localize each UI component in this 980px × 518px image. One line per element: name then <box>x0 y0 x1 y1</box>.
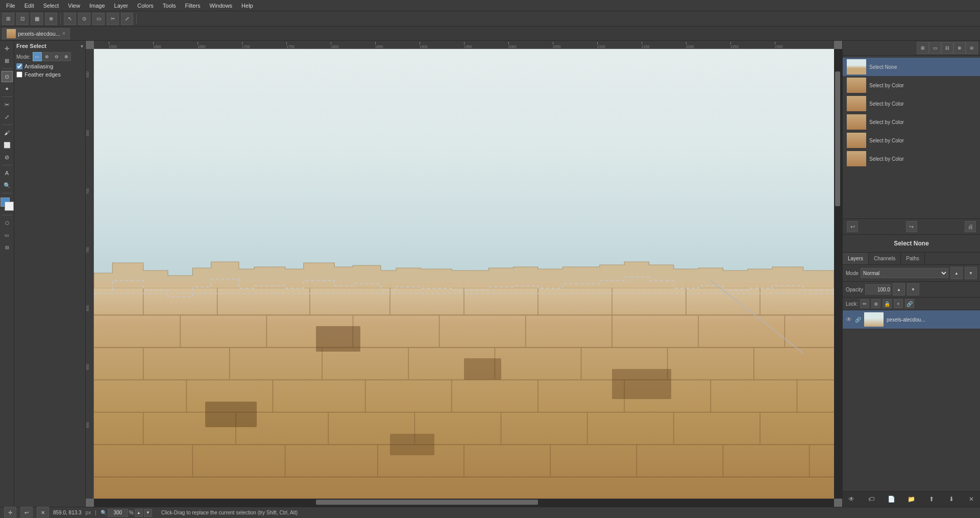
zoom-fill-button[interactable]: ▦ <box>31 13 43 25</box>
opacity-down-button[interactable]: ▼ <box>907 283 919 295</box>
panel-icon-5[interactable]: ⊖ <box>966 42 978 54</box>
layer-visibility-icon[interactable]: 👁 <box>846 316 852 323</box>
eraser-tool-button[interactable]: ⬜ <box>2 139 13 151</box>
zoom-tool-button[interactable]: 🔍 <box>2 180 13 191</box>
zoom-down-button[interactable]: ▼ <box>144 509 152 517</box>
menu-filters[interactable]: Filters <box>181 2 205 10</box>
antialiasing-input[interactable] <box>16 63 22 69</box>
layers-tab-channels[interactable]: Channels <box>869 253 901 264</box>
text-tool-button[interactable]: A <box>2 167 13 179</box>
layer-raise-button[interactable]: ⬆ <box>926 494 937 505</box>
crop-button[interactable]: ✂ <box>107 13 119 25</box>
image-tab[interactable]: pexels-alecdou... × <box>2 28 70 39</box>
feather-edges-input[interactable] <box>16 71 22 78</box>
canvas-area[interactable]: 1550 1600 1650 1700 1750 <box>86 41 842 507</box>
layer-delete-button[interactable]: ✕ <box>966 494 977 505</box>
layers-mode-arrow-up[interactable]: ▲ <box>950 267 963 279</box>
free-select-tool-button[interactable]: ⊙ <box>2 71 13 82</box>
menu-file[interactable]: File <box>2 2 19 10</box>
pointer-tool-button[interactable]: ↖ <box>64 13 76 25</box>
lock-all-button[interactable]: 🔒 <box>883 299 892 308</box>
history-item-2[interactable]: Select by Color <box>843 94 980 113</box>
rect-select-button[interactable]: ▭ <box>92 13 105 25</box>
eyedropper-tool-button[interactable]: ⊘ <box>2 152 13 163</box>
status-undo-btn[interactable]: ↩ <box>20 507 33 519</box>
menu-select[interactable]: Select <box>39 2 63 10</box>
layer-group-button[interactable]: 📁 <box>905 494 917 505</box>
history-item-4[interactable]: Select by Color <box>843 131 980 150</box>
status-redo-btn[interactable]: ✕ <box>37 507 49 519</box>
options-collapse-button[interactable]: ▾ <box>81 43 83 49</box>
layer-chain-button[interactable]: 🔗 <box>905 299 914 308</box>
mode-intersect-button[interactable]: ⊗ <box>62 52 71 61</box>
horizontal-scrollbar[interactable] <box>94 499 834 507</box>
menu-layer[interactable]: Layer <box>110 2 133 10</box>
menu-edit[interactable]: Edit <box>20 2 38 10</box>
zoom-up-button[interactable]: ▲ <box>135 509 143 517</box>
transform-button[interactable]: ⤢ <box>121 13 133 25</box>
layer-lower-button[interactable]: ⬇ <box>946 494 957 505</box>
history-label-1: Select by Color <box>869 83 904 88</box>
history-item-5[interactable]: Select by Color <box>843 150 980 168</box>
menu-windows[interactable]: Windows <box>205 2 236 10</box>
history-item-1[interactable]: Select by Color <box>843 76 980 94</box>
layers-mode-arrow-down[interactable]: ▼ <box>965 267 977 279</box>
zoom-fit-button[interactable]: ⊞ <box>2 13 14 25</box>
menu-colors[interactable]: Colors <box>133 2 158 10</box>
panel-icon-1[interactable]: ⊞ <box>917 42 929 54</box>
quick-mask-button[interactable]: ⬡ <box>2 217 13 229</box>
history-item-3[interactable]: Select by Color <box>843 113 980 131</box>
canvas-viewport[interactable] <box>94 49 834 499</box>
print-button[interactable]: 🖨 <box>965 221 976 232</box>
image-window-button[interactable]: ▭ <box>2 230 13 241</box>
hscroll-thumb[interactable] <box>316 500 538 505</box>
ruler-left-650: 650 <box>86 130 89 136</box>
vertical-scrollbar[interactable] <box>834 49 842 499</box>
panel-icon-3[interactable]: ⊟ <box>941 42 953 54</box>
layer-new-button[interactable]: + <box>894 299 903 308</box>
background-color[interactable] <box>5 202 14 211</box>
menu-tools[interactable]: Tools <box>159 2 180 10</box>
layer-visibility-bottom-button[interactable]: 👁 <box>846 494 857 505</box>
mode-subtract-button[interactable]: ⊖ <box>52 52 61 61</box>
zoom-center-button[interactable]: ⊕ <box>45 13 57 25</box>
lock-pixels-button[interactable]: ✏ <box>860 299 869 308</box>
layer-new-bottom-button[interactable]: 📄 <box>886 494 897 505</box>
tab-close-button[interactable]: × <box>62 31 65 36</box>
move-tool-button[interactable]: ✛ <box>2 43 13 54</box>
history-item-0[interactable]: Select None <box>843 58 980 76</box>
vscroll-thumb[interactable] <box>835 71 840 206</box>
paint-tool-button[interactable]: 🖌 <box>2 127 13 138</box>
mode-replace-button[interactable]: ▭ <box>33 52 42 61</box>
layers-tab-layers[interactable]: Layers <box>843 253 869 264</box>
antialiasing-checkbox[interactable]: Antialiasing <box>16 63 83 69</box>
hscroll-track[interactable] <box>94 499 834 507</box>
fuzzy-select-tool-button[interactable]: ✦ <box>2 83 13 94</box>
perspective-tool-button[interactable]: ⤢ <box>2 111 13 122</box>
lock-position-button[interactable]: ⊕ <box>871 299 880 308</box>
menu-view[interactable]: View <box>64 2 84 10</box>
select-none-button[interactable]: Select None <box>843 235 980 253</box>
menu-image[interactable]: Image <box>85 2 109 10</box>
crop-tool-button[interactable]: ✂ <box>2 99 13 110</box>
redo-button[interactable]: ↪ <box>906 221 917 232</box>
panel-icon-2[interactable]: ▭ <box>929 42 941 54</box>
opacity-up-button[interactable]: ▲ <box>893 283 905 295</box>
fullscreen-button[interactable]: ⊟ <box>2 242 13 253</box>
panel-icon-4[interactable]: ⊕ <box>953 42 966 54</box>
mode-add-button[interactable]: ⊕ <box>42 52 52 61</box>
zoom-1-button[interactable]: ⊡ <box>16 13 29 25</box>
color-swatches[interactable] <box>1 198 14 211</box>
opacity-input[interactable] <box>865 284 891 294</box>
layers-mode-select[interactable]: Normal Multiply Screen <box>861 268 948 278</box>
alignment-tool-button[interactable]: ⊞ <box>2 55 13 66</box>
undo-button[interactable]: ↩ <box>847 221 858 232</box>
menu-help[interactable]: Help <box>237 2 257 10</box>
layers-tab-paths[interactable]: Paths <box>901 253 925 264</box>
layer-item-0[interactable]: 👁 🔗 pexels-alecdou... <box>843 310 980 329</box>
free-select-button[interactable]: ⊙ <box>78 13 90 25</box>
vscroll-track[interactable] <box>834 49 842 499</box>
layer-tag-button[interactable]: 🏷 <box>866 494 877 505</box>
zoom-level-input[interactable] <box>108 509 128 517</box>
feather-edges-checkbox[interactable]: Feather edges <box>16 71 83 78</box>
